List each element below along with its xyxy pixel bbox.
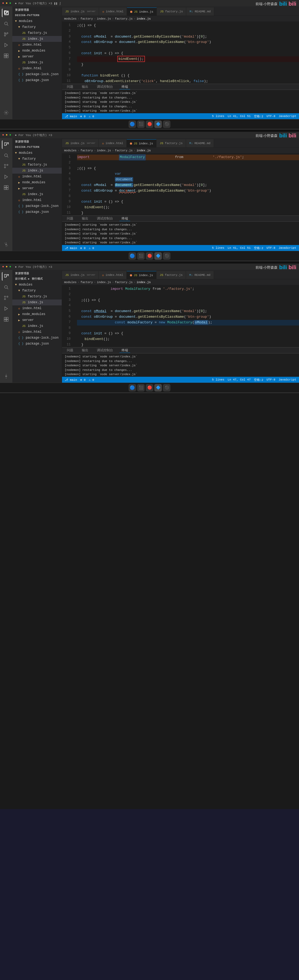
search-icon-activity[interactable] xyxy=(2,19,11,28)
tab2-factory[interactable]: JS factory.js xyxy=(156,139,186,147)
svg-line-26 xyxy=(7,288,8,289)
terminal-tab-debug[interactable]: 调试控制台 xyxy=(95,84,115,89)
settings-icon-3[interactable] xyxy=(2,372,11,380)
terminal3-problems[interactable]: 问题 xyxy=(65,348,75,353)
sidebar3-server[interactable]: ▶ server xyxy=(12,317,62,323)
terminal-tab-output[interactable]: 输出 xyxy=(80,84,91,89)
terminal3-debug[interactable]: 调试控制台 xyxy=(95,348,115,353)
sidebar-item-html-2[interactable]: ◇ index.html xyxy=(12,173,62,180)
sidebar3-indexhtml[interactable]: ◇ index.html xyxy=(12,329,62,335)
ext-icon-3[interactable] xyxy=(2,315,11,324)
sidebar-item-indexhtml-2[interactable]: ◇ index.html xyxy=(12,197,62,203)
tab3-server[interactable]: JS index.js server xyxy=(62,271,99,279)
git-icon[interactable] xyxy=(2,30,11,39)
sidebar-item-indexjs-2[interactable]: JS index.js xyxy=(12,168,62,173)
t3-line-5: [nodemon] starting `node server/index.js… xyxy=(65,372,296,377)
sidebar3-factory[interactable]: ▼ factory xyxy=(12,288,62,294)
sidebar-item-server-index[interactable]: JS index.js xyxy=(12,60,62,65)
tab3-readme[interactable]: M↓ README.md xyxy=(186,271,214,279)
debug-icon-3[interactable] xyxy=(2,304,11,313)
explorer-icon[interactable] xyxy=(2,9,11,17)
settings-icon-2[interactable] xyxy=(2,240,11,249)
taskbar3-finder[interactable]: 🔵 xyxy=(129,384,136,391)
sidebar-item-html[interactable]: ◇ index.html xyxy=(12,65,62,72)
git-icon-3[interactable] xyxy=(2,294,11,302)
taskbar3-chrome[interactable]: 🔴 xyxy=(146,384,153,391)
sidebar3-nm[interactable]: ▶ node_modules xyxy=(12,311,62,317)
sidebar-item-pkglock-2[interactable]: { } package-lock.json xyxy=(12,203,62,209)
taskbar2-vscode[interactable]: 🔷 xyxy=(154,252,162,260)
debug-icon[interactable] xyxy=(2,41,11,49)
tab-readme[interactable]: M↓ README.md xyxy=(186,8,214,16)
taskbar3-term[interactable]: ⬛ xyxy=(137,384,145,391)
terminal2-terminal[interactable]: 终端 xyxy=(119,216,130,221)
terminal-tab-terminal[interactable]: 终端 xyxy=(119,84,130,89)
git-icon-2[interactable] xyxy=(2,162,11,170)
taskbar-icon-chrome[interactable]: 🔴 xyxy=(146,121,153,128)
search-icon-3[interactable] xyxy=(2,283,11,291)
settings-icon[interactable] xyxy=(2,108,11,117)
taskbar2-term[interactable]: ⬛ xyxy=(137,252,145,260)
terminal3-output[interactable]: 输出 xyxy=(80,348,91,353)
sidebar3-indexjs[interactable]: JS index.js xyxy=(12,299,62,305)
code-line-3-1: import ModalFactory from './factory.js'; xyxy=(77,286,299,292)
sidebar3-html[interactable]: ◇ index.html xyxy=(12,305,62,311)
sidebar3-modules[interactable]: ▼ modules xyxy=(12,282,62,288)
sidebar3-pkglock[interactable]: { } package-lock.json xyxy=(12,335,62,341)
sidebar-item-index-html[interactable]: ◇ index.html xyxy=(12,42,62,48)
sidebar-item-factory-folder[interactable]: ▼ factory xyxy=(12,24,62,30)
extensions-icon[interactable] xyxy=(2,51,11,60)
sidebar-item-pkg[interactable]: { } package.json xyxy=(12,77,62,83)
tab3-indexjs[interactable]: JS index.js xyxy=(127,271,156,279)
tab-index-js-active[interactable]: JS index.js xyxy=(127,8,157,16)
sidebar-item-pkg-lock[interactable]: { } package-lock.json xyxy=(12,72,62,77)
taskbar-icon-git[interactable]: ⚫ xyxy=(163,121,170,128)
taskbar-icon-terminal[interactable]: ⬛ xyxy=(137,121,145,128)
ext-icon-2[interactable] xyxy=(2,183,11,192)
sidebar-item-server[interactable]: ▶ server xyxy=(12,54,62,60)
tab-index-server[interactable]: JS index.js server xyxy=(62,8,99,16)
panel-sep-2 xyxy=(0,261,299,264)
search-icon-2[interactable] xyxy=(2,151,11,160)
tab-label-readme: README.md xyxy=(195,10,211,13)
sidebar-item-factory-js[interactable]: JS factory.js xyxy=(12,30,62,36)
taskbar-icon-finder[interactable]: 🔵 xyxy=(129,121,136,128)
terminal-tab-problems[interactable]: 问题 xyxy=(65,84,75,89)
sidebar-item-factory-2[interactable]: ▼ factory xyxy=(12,156,62,162)
terminal2-debug[interactable]: 调试控制台 xyxy=(95,216,115,221)
tab2-html[interactable]: ◇ index.html xyxy=(99,139,127,147)
taskbar-icon-vscode[interactable]: 🔷 xyxy=(154,121,162,128)
code-content-3: import ModalFactory from './factory.js';… xyxy=(73,285,299,347)
sidebar3-serveridx[interactable]: JS index.js xyxy=(12,323,62,329)
taskbar2-finder[interactable]: 🔵 xyxy=(129,252,136,260)
sidebar3-pkg[interactable]: { } package.json xyxy=(12,341,62,347)
sidebar-item-server-2[interactable]: ▶ server xyxy=(12,185,62,191)
tab3-html[interactable]: ◇ index.html xyxy=(99,271,127,279)
debug-icon-2[interactable] xyxy=(2,173,11,181)
taskbar3-git[interactable]: ⚫ xyxy=(163,384,170,391)
tab2-readme[interactable]: M↓ README.md xyxy=(186,139,214,147)
sidebar-item-modules[interactable]: ▼ modules xyxy=(12,18,62,24)
tab3-factory[interactable]: JS factory.js xyxy=(156,271,186,279)
sidebar3-factoryjs[interactable]: JS factory.js xyxy=(12,294,62,299)
taskbar2-chrome[interactable]: 🔴 xyxy=(146,252,153,260)
sidebar-item-modules-2[interactable]: ▼ modules xyxy=(12,150,62,156)
terminal3-terminal[interactable]: 终端 xyxy=(119,348,130,353)
taskbar3-vscode[interactable]: 🔷 xyxy=(154,384,162,391)
tab-index-html[interactable]: ◇ index.html xyxy=(99,8,127,16)
explorer-icon-3[interactable] xyxy=(2,272,11,281)
sidebar-item-node-modules[interactable]: ▶ node_modules xyxy=(12,48,62,54)
sidebar-item-nm-2[interactable]: ▶ node_modules xyxy=(12,180,62,185)
sidebar-item-pkg-2[interactable]: { } package.json xyxy=(12,209,62,215)
tab2-server[interactable]: JS index.js server xyxy=(62,139,99,147)
status-right-1: 5 lines Ln 41, Col 51 空格:2 UTF-8 JavaScr… xyxy=(212,114,296,118)
terminal2-output[interactable]: 输出 xyxy=(80,216,91,221)
sidebar-item-factoryjs-2[interactable]: JS factory.js xyxy=(12,162,62,168)
explorer-icon-2[interactable] xyxy=(2,140,11,149)
sidebar-item-index-js[interactable]: JS index.js xyxy=(12,36,62,42)
sidebar-item-server-idx-2[interactable]: JS index.js xyxy=(12,191,62,197)
tab2-indexjs[interactable]: JS index.js xyxy=(127,139,156,147)
tab-factory-js[interactable]: JS factory.js xyxy=(157,8,186,16)
terminal2-problems[interactable]: 问题 xyxy=(65,216,75,221)
taskbar2-git[interactable]: ⚫ xyxy=(163,252,170,260)
